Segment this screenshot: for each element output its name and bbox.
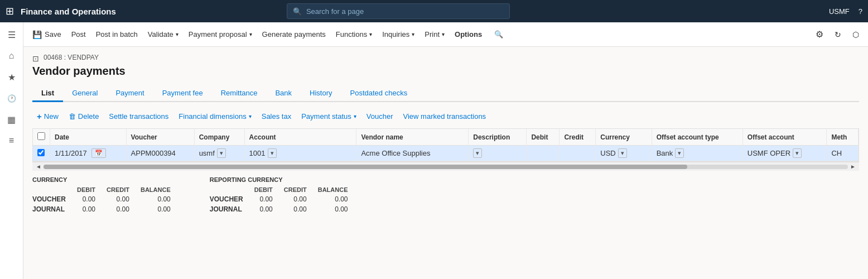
- col-method: Meth: [827, 129, 859, 146]
- date-cell-content: 1/11/2017 📅: [55, 148, 122, 158]
- toolbar-right-icons: ⚙ ↻ ⬡: [811, 27, 864, 42]
- payment-status-chevron-icon: ▾: [354, 113, 356, 119]
- scroll-left-arrow[interactable]: ◄: [33, 163, 44, 170]
- top-nav-bar: ⊞ Finance and Operations 🔍 Search for a …: [0, 0, 868, 22]
- search-toolbar-button[interactable]: 🔍: [490, 28, 508, 41]
- reporting-voucher-label: VOUCHER: [210, 194, 249, 204]
- description-dropdown-button[interactable]: ▾: [473, 148, 482, 158]
- view-marked-transactions-button[interactable]: View marked transactions: [399, 110, 491, 122]
- search-bar[interactable]: 🔍 Search for a page: [287, 3, 510, 19]
- row-vendor-name-cell: Acme Office Supplies: [356, 146, 469, 161]
- inquiries-chevron-icon: ▾: [412, 31, 414, 37]
- tab-bank[interactable]: Bank: [266, 85, 301, 102]
- open-new-button[interactable]: ⬡: [848, 28, 864, 41]
- sidebar-icon-hamburger[interactable]: ☰: [2, 25, 22, 45]
- col-offset-account: Offset account: [742, 129, 827, 146]
- payment-proposal-chevron-icon: ▾: [249, 31, 252, 37]
- col-vendor-name: Vendor name: [356, 129, 469, 146]
- sidebar-icon-star[interactable]: ★: [2, 67, 22, 87]
- refresh-button[interactable]: ↻: [830, 28, 846, 41]
- reporting-voucher-row: VOUCHER 0.00 0.00 0.00: [210, 194, 354, 204]
- personalize-button[interactable]: ⚙: [811, 27, 828, 42]
- left-sidebar: ☰ ⌂ ★ 🕐 ▦ ≡: [0, 22, 23, 279]
- tabs-bar: List General Payment Payment fee Remitta…: [32, 85, 859, 102]
- main-content: ⊡ 00468 : VENDPAY Vendor payments List G…: [23, 47, 868, 279]
- post-button[interactable]: Post: [67, 28, 90, 41]
- scrollbar-thumb[interactable]: [44, 165, 687, 169]
- data-table-container: Date Voucher Company Account Vendor name…: [32, 128, 859, 162]
- row-debit-cell: [527, 146, 560, 161]
- offset-type-dropdown-button[interactable]: ▾: [675, 148, 684, 158]
- summary-sections: CURRENCY DEBIT CREDIT BALANCE VOUCHER: [32, 176, 859, 214]
- reporting-voucher-debit: 0.00: [249, 194, 278, 204]
- inquiries-button[interactable]: Inquiries ▾: [378, 28, 419, 41]
- functions-button[interactable]: Functions ▾: [331, 28, 377, 41]
- offset-type-cell-content: Bank ▾: [657, 148, 738, 158]
- horizontal-scrollbar[interactable]: ◄ ►: [32, 162, 859, 171]
- tab-remittance[interactable]: Remittance: [212, 85, 267, 102]
- company-cell-content: usmf ▾: [199, 148, 240, 158]
- settle-transactions-button[interactable]: Settle transactions: [104, 110, 173, 122]
- currency-credit-header: CREDIT: [101, 185, 135, 194]
- row-credit-cell: [560, 146, 596, 161]
- tab-payment-fee[interactable]: Payment fee: [153, 85, 212, 102]
- tab-history[interactable]: History: [301, 85, 341, 102]
- reporting-currency-section: REPORTING CURRENCY DEBIT CREDIT BALANCE …: [210, 176, 354, 214]
- generate-payments-button[interactable]: Generate payments: [258, 28, 330, 41]
- col-description: Description: [469, 129, 527, 146]
- date-calendar-button[interactable]: 📅: [91, 148, 106, 158]
- tab-general[interactable]: General: [63, 85, 107, 102]
- currency-summary-table: DEBIT CREDIT BALANCE VOUCHER 0.00 0.00 0…: [32, 185, 176, 214]
- action-bar: + New 🗑 Delete Settle transactions Finan…: [32, 110, 859, 123]
- scrollbar-track[interactable]: [44, 165, 848, 169]
- search-toolbar-icon: 🔍: [494, 30, 503, 39]
- company-dropdown-button[interactable]: ▾: [217, 148, 226, 158]
- tab-postdated-checks[interactable]: Postdated checks: [341, 85, 417, 102]
- tab-list[interactable]: List: [32, 85, 63, 102]
- new-button[interactable]: + New: [32, 110, 63, 123]
- filter-icon[interactable]: ⊡: [32, 54, 39, 63]
- app-grid-icon[interactable]: ⊞: [6, 5, 14, 17]
- table-row[interactable]: 1/11/2017 📅 APPM000394 usmf ▾: [33, 146, 859, 161]
- col-credit: Credit: [560, 129, 596, 146]
- col-account: Account: [244, 129, 356, 146]
- page-title: Vendor payments: [32, 65, 859, 78]
- financial-dimensions-chevron-icon: ▾: [249, 113, 252, 119]
- financial-dimensions-button[interactable]: Financial dimensions ▾: [174, 110, 255, 122]
- app-title: Finance and Operations: [21, 7, 116, 16]
- save-button[interactable]: 💾 Save: [28, 28, 66, 41]
- currency-journal-balance: 0.00: [135, 204, 176, 214]
- reporting-debit-header: DEBIT: [249, 185, 278, 194]
- sidebar-icon-workspaces[interactable]: ▦: [2, 109, 22, 129]
- sidebar-icon-home[interactable]: ⌂: [2, 46, 22, 66]
- options-button[interactable]: Options: [450, 28, 486, 41]
- row-company-cell: usmf ▾: [194, 146, 244, 161]
- validate-button[interactable]: Validate ▾: [143, 28, 183, 41]
- scroll-right-arrow[interactable]: ►: [848, 163, 858, 170]
- col-company: Company: [194, 129, 244, 146]
- account-dropdown-button[interactable]: ▾: [268, 148, 277, 158]
- payment-proposal-button[interactable]: Payment proposal ▾: [184, 28, 257, 41]
- delete-button[interactable]: 🗑 Delete: [64, 110, 104, 122]
- offset-account-dropdown-button[interactable]: ▾: [793, 148, 802, 158]
- currency-voucher-balance: 0.00: [135, 194, 176, 204]
- voucher-button[interactable]: Voucher: [362, 110, 398, 122]
- functions-chevron-icon: ▾: [369, 31, 372, 37]
- print-button[interactable]: Print ▾: [420, 28, 449, 41]
- tab-payment[interactable]: Payment: [107, 85, 153, 102]
- sales-tax-button[interactable]: Sales tax: [257, 110, 296, 122]
- sidebar-icon-modules[interactable]: ≡: [2, 131, 22, 151]
- payment-status-button[interactable]: Payment status ▾: [297, 110, 361, 122]
- row-voucher-cell: APPM000394: [126, 146, 194, 161]
- currency-journal-row: JOURNAL 0.00 0.00 0.00: [32, 204, 176, 214]
- vendor-payments-table: Date Voucher Company Account Vendor name…: [33, 129, 859, 161]
- user-name: USMF: [829, 7, 850, 16]
- currency-dropdown-button[interactable]: ▾: [618, 148, 627, 158]
- reporting-summary-table: DEBIT CREDIT BALANCE VOUCHER 0.00 0.00 0…: [210, 185, 354, 214]
- help-icon[interactable]: ?: [859, 7, 862, 16]
- post-in-batch-button[interactable]: Post in batch: [91, 28, 142, 41]
- sidebar-icon-recent[interactable]: 🕐: [2, 88, 22, 108]
- row-checkbox[interactable]: [37, 149, 45, 156]
- select-all-checkbox[interactable]: [37, 132, 45, 140]
- currency-journal-credit: 0.00: [101, 204, 135, 214]
